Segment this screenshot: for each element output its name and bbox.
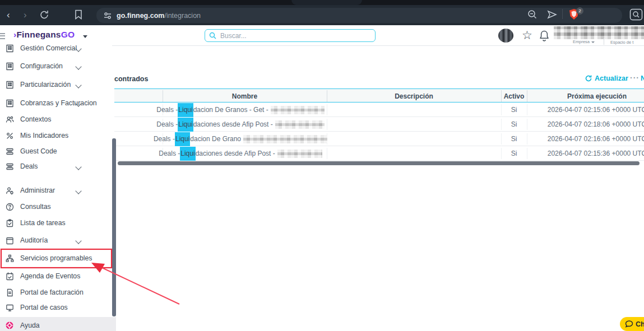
user-account-redacted[interactable] (554, 26, 644, 39)
search-icon (209, 32, 216, 39)
shield-badge: 2 (576, 7, 583, 15)
chat-bubble-icon (625, 320, 633, 328)
horizontal-scrollbar[interactable] (118, 161, 640, 165)
table-row[interactable]: Deals - Liquidaciones desde Afip Post - … (114, 117, 644, 132)
empresa-caret-icon (591, 41, 595, 43)
forward-icon[interactable]: › (24, 5, 27, 25)
row-name: Deals - Liquidacion De Grano (114, 132, 367, 146)
results-count-text: contrados (114, 75, 148, 83)
url-path: /integracion (164, 12, 201, 20)
sidebar-item-ayuda[interactable]: Ayuda (0, 318, 112, 331)
percent-icon (5, 131, 14, 140)
stack-icon (5, 147, 14, 156)
document-icon (5, 288, 14, 297)
chevron-down-icon (75, 188, 81, 194)
search-highlight: Liqui (180, 147, 195, 161)
row-activo: Si (501, 117, 527, 132)
building-icon (5, 44, 14, 53)
search-input[interactable] (219, 31, 362, 40)
sidebar-item-contextos[interactable]: Contextos (0, 112, 112, 127)
espacio-label[interactable]: Espacio de t (610, 40, 633, 45)
redacted-text (275, 120, 325, 129)
company-sphere-icon[interactable] (498, 29, 513, 43)
sidebar-item-deals[interactable]: Deals (0, 159, 112, 174)
col-proxima-ejecucion[interactable]: Próxima ejecución (527, 89, 644, 103)
toolbar-divider (562, 9, 563, 19)
sidebar-item-lista-de-tareas[interactable]: Lista de tareas (0, 216, 112, 230)
sidebar-item-auditoria[interactable]: Auditoría (0, 233, 112, 248)
building-icon (5, 62, 14, 71)
row-name: Deals - Liquidaciones desde Afip Post - (114, 146, 367, 161)
sidebar-item-gestion-comercial[interactable]: Gestión Comercial (0, 41, 112, 55)
help-circle-icon (5, 202, 14, 211)
sidebar-item-portal-de-casos[interactable]: Portal de casos (0, 300, 112, 315)
col-activo[interactable]: Activo (501, 89, 527, 103)
share-icon[interactable] (546, 10, 558, 20)
table-row[interactable]: Deals - Liquidacion De Grano Si 2026-04-… (114, 132, 644, 146)
row-activo: Si (501, 132, 527, 146)
chevron-down-icon (75, 237, 81, 244)
brand-go: GO (61, 30, 75, 39)
menu-icon[interactable] (0, 31, 5, 40)
sidebar-item-servicios-programables[interactable]: Servicios programables (0, 251, 112, 265)
more-options-button[interactable]: ··· (630, 73, 640, 82)
reload-icon[interactable] (39, 10, 50, 20)
chevron-down-icon (75, 63, 81, 69)
clipboard-check-icon (5, 218, 14, 227)
tab-search-icon[interactable] (629, 8, 643, 21)
redacted-text (277, 150, 322, 158)
row-activo: Si (501, 102, 527, 117)
notifications-bell-icon[interactable] (539, 30, 550, 42)
favorites-star-icon[interactable]: ☆ (522, 29, 532, 42)
site-settings-icon[interactable] (103, 12, 112, 20)
chat-button[interactable]: Ch (620, 317, 644, 331)
table-row[interactable]: Deals - Liquidacion De Granos - Get - Si… (114, 102, 644, 117)
table-row[interactable]: Deals - Liquidaciones desde Afip Post - … (114, 146, 644, 161)
sidebar-item-cobranzas-y-facturacion[interactable]: Cobranzas y Facturacion (0, 96, 112, 110)
row-next-run: 2026-04-07 02:18:06 +0000 UTC (527, 117, 644, 132)
brand-logo[interactable]: ›FinnegansGO (13, 30, 75, 40)
sidebar-item-portal-de-facturacion[interactable]: Portal de facturación (0, 285, 112, 300)
calendar-check-icon (5, 272, 14, 281)
sidebar-item-mis-indicadores[interactable]: Mis Indicadores (0, 128, 112, 143)
row-name: Deals - Liquidaciones desde Afip Post - (114, 117, 367, 132)
row-activo: Si (501, 146, 527, 161)
back-icon[interactable]: ‹ (7, 5, 10, 25)
sidebar-item-guest-code[interactable]: Guest Code (0, 144, 112, 158)
refresh-icon (585, 74, 592, 82)
refresh-button[interactable]: Actualizar (585, 74, 628, 82)
global-search[interactable] (205, 29, 376, 42)
search-highlight: Liqui (178, 118, 193, 132)
empresa-label[interactable]: Empresa (573, 39, 595, 44)
bookmark-icon[interactable] (75, 10, 82, 20)
row-next-run: 2026-04-07 02:15:06 +0000 UTC (527, 102, 644, 117)
building-icon (5, 99, 14, 108)
sidebar-item-agenda-de-eventos[interactable]: Agenda de Eventos (0, 269, 112, 283)
chevron-down-icon (75, 164, 81, 170)
sitemap-icon (5, 254, 14, 263)
row-name: Deals - Liquidacion De Granos - Get - (114, 102, 367, 117)
stack-icon (5, 162, 14, 171)
browser-tab-bottom (291, 0, 362, 5)
account-divider (604, 38, 604, 45)
row-next-run: 2026-04-07 02:15:36 +0000 UTC (527, 146, 644, 161)
sidebar-item-consultas[interactable]: Consultas (0, 199, 112, 214)
redacted-text (271, 106, 325, 114)
building-icon (5, 80, 14, 89)
col-descripcion[interactable]: Descripción (327, 89, 501, 103)
monitor-icon (5, 303, 14, 312)
lifebuoy-icon (5, 321, 14, 330)
sidebar-item-configuracion[interactable]: Configuración (0, 59, 112, 73)
zoom-out-icon[interactable] (527, 9, 538, 20)
search-highlight: Liqui (178, 103, 193, 117)
sidebar-scrollbar[interactable] (112, 138, 116, 316)
address-bar[interactable]: go.finneg.com/integracion (96, 8, 622, 23)
url-host: go.finneg.com (117, 12, 164, 20)
new-button-cutoff[interactable]: N (641, 74, 644, 82)
calendar-icon (5, 236, 14, 245)
sidebar-item-administrar[interactable]: Administrar (0, 183, 112, 198)
redacted-text (243, 135, 327, 143)
col-nombre[interactable]: Nombre (163, 89, 327, 103)
brand-dropdown-caret[interactable] (83, 35, 87, 38)
sidebar-item-particularizacion[interactable]: Particularización (0, 77, 112, 92)
